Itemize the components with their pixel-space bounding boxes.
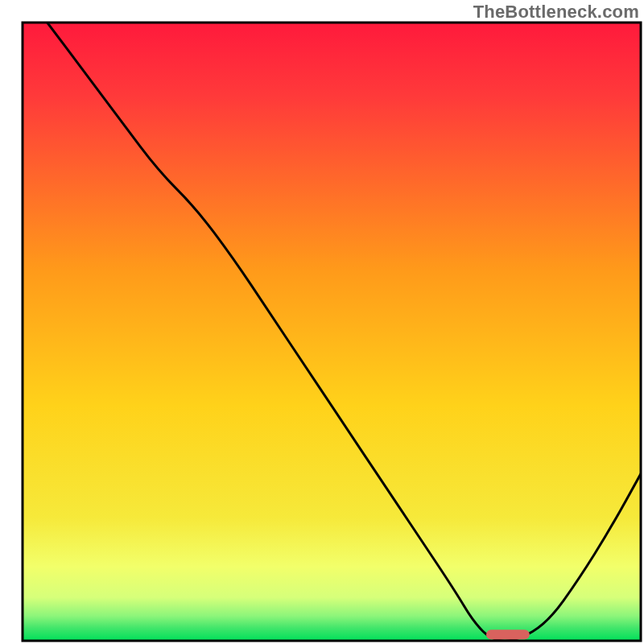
optimal-range-marker — [486, 630, 530, 639]
watermark-text: TheBottleneck.com — [473, 2, 639, 23]
bottleneck-plot — [0, 0, 644, 644]
chart-canvas: TheBottleneck.com — [0, 0, 644, 644]
